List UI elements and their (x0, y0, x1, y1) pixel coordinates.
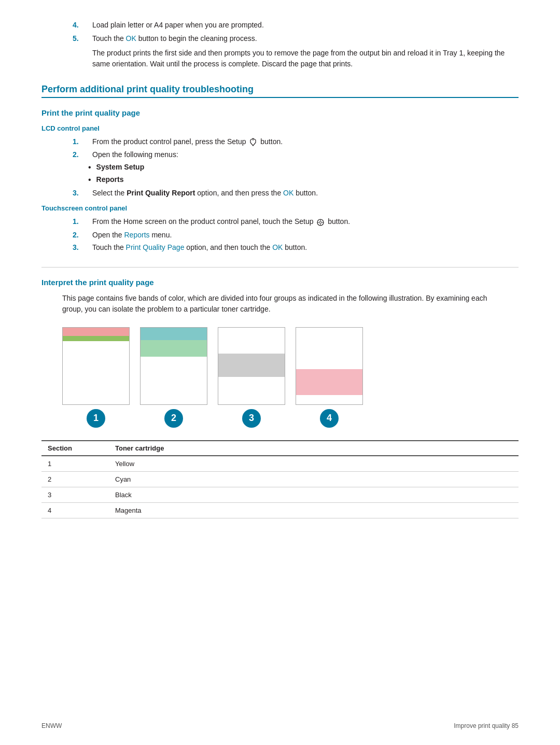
lcd-step2-text: Open the following menus: (92, 150, 178, 159)
table-cell-section: 3 (41, 487, 109, 502)
intro-steps: 4. Load plain letter or A4 paper when yo… (41, 21, 519, 69)
lcd-step1-num: 1. (73, 137, 88, 146)
circle-4: 4 (320, 409, 339, 428)
table-row: 3Black (41, 487, 519, 502)
lcd-step1-suffix: button. (260, 137, 283, 146)
table-cell-section: 1 (41, 456, 109, 472)
print-quality-page-heading: Print the print quality page (41, 108, 519, 117)
step-5: 5. Touch the OK button to begin the clea… (73, 34, 519, 43)
toner-table: Section Toner cartridge 1Yellow2Cyan3Bla… (41, 440, 519, 518)
table-cell-section: 4 (41, 502, 109, 518)
touch-step-2: 2. Open the Reports menu. (73, 231, 519, 239)
step5-prefix: Touch the (92, 34, 126, 43)
step4-num: 4. (73, 21, 88, 29)
band-1-green (63, 336, 129, 341)
diagram-col-1: 1 (62, 327, 130, 428)
section-divider (41, 267, 519, 268)
setup-icon-touch (316, 218, 325, 227)
setup-icon (249, 138, 257, 146)
color-box-3 (218, 327, 285, 405)
bullet-reports-text: Reports (96, 175, 124, 184)
table-cell-toner: Magenta (109, 502, 519, 518)
diagram-col-4: 4 (296, 327, 363, 428)
color-diagram: 1 2 3 4 (62, 327, 498, 428)
bullet-reports: • Reports (88, 175, 519, 185)
step5-ok: OK (126, 34, 136, 43)
print-quality-page-section: Print the print quality page LCD control… (41, 108, 519, 251)
touch-step2-link: Reports (124, 231, 150, 239)
perform-section: Perform additional print quality trouble… (41, 84, 519, 518)
touch-step3-suffix: button. (283, 243, 307, 251)
interpret-description: This page contains five bands of color, … (62, 293, 498, 315)
interpret-section: Interpret the print quality page This pa… (41, 278, 519, 518)
circle-2: 2 (164, 409, 183, 428)
table-row: 1Yellow (41, 456, 519, 472)
table-row: 4Magenta (41, 502, 519, 518)
footer: ENWW Improve print quality 85 (0, 722, 560, 729)
band-2-cyan (141, 328, 207, 340)
touch-step3-link: Print Quality Page (126, 243, 185, 251)
col-toner-header: Toner cartridge (109, 441, 519, 456)
table-cell-toner: Black (109, 487, 519, 502)
touch-step3-middle: option, and then touch the (184, 243, 272, 251)
step5-num: 5. (73, 34, 88, 43)
lcd-step3-content: Select the Print Quality Report option, … (92, 189, 318, 197)
bullet-system-setup-text: System Setup (96, 163, 145, 171)
table-cell-section: 2 (41, 471, 109, 487)
band-1-pink (63, 328, 129, 336)
lcd-step3-suffix: button. (293, 189, 318, 197)
table-row: 2Cyan (41, 471, 519, 487)
footer-right: Improve print quality 85 (454, 722, 519, 729)
band-2-green (141, 340, 207, 357)
lcd-steps: 1. From the product control panel, press… (41, 137, 519, 159)
color-box-2 (140, 327, 207, 405)
table-body: 1Yellow2Cyan3Black4Magenta (41, 456, 519, 518)
band-3-gray (218, 354, 285, 377)
lcd-step-3: 3. Select the Print Quality Report optio… (73, 189, 519, 197)
touch-steps: 1. From the Home screen on the product c… (41, 217, 519, 251)
lcd-bullet-list: • System Setup • Reports (41, 163, 519, 185)
touch-step2-num: 2. (73, 231, 88, 239)
diagram-col-3: 3 (218, 327, 285, 428)
step5-note: The product prints the first side and th… (92, 48, 519, 69)
footer-left: ENWW (41, 722, 62, 729)
svg-point-2 (319, 221, 321, 223)
bullet-dot-1: • (88, 163, 91, 172)
lcd-step3-middle: option, and then press the (195, 189, 283, 197)
lcd-step1-content: From the product control panel, press th… (92, 137, 283, 146)
color-box-1 (62, 327, 130, 405)
lcd-step3-prefix: Select the (92, 189, 127, 197)
table-cell-toner: Cyan (109, 471, 519, 487)
lcd-step1-prefix: From the product control panel, press th… (92, 137, 248, 146)
touch-step3-num: 3. (73, 243, 88, 251)
table-header: Section Toner cartridge (41, 441, 519, 456)
touch-step2-prefix: Open the (92, 231, 124, 239)
touch-step3-prefix: Touch the (92, 243, 126, 251)
step5-content: Touch the OK button to begin the cleanin… (92, 34, 519, 43)
step-4: 4. Load plain letter or A4 paper when yo… (73, 21, 519, 29)
touch-step1-suffix: button. (328, 217, 350, 226)
touchscreen-control-panel-heading: Touchscreen control panel (41, 204, 519, 212)
touch-step1-prefix: From the Home screen on the product cont… (92, 217, 315, 226)
touch-step3-ok: OK (272, 243, 283, 251)
bullet-dot-2: • (88, 175, 91, 185)
circle-1: 1 (87, 409, 105, 428)
step5-suffix: button to begin the cleaning process. (136, 34, 257, 43)
perform-heading: Perform additional print quality trouble… (41, 84, 519, 98)
table-cell-toner: Yellow (109, 456, 519, 472)
touch-step1-content: From the Home screen on the product cont… (92, 217, 350, 226)
touch-step2-suffix: menu. (150, 231, 172, 239)
table-header-row: Section Toner cartridge (41, 441, 519, 456)
touch-step1-num: 1. (73, 217, 88, 226)
lcd-step2-num: 2. (73, 150, 88, 159)
color-box-4 (296, 327, 363, 405)
bullet-system-setup: • System Setup (88, 163, 519, 172)
touch-step3-content: Touch the Print Quality Page option, and… (92, 243, 307, 251)
touch-step-3: 3. Touch the Print Quality Page option, … (73, 243, 519, 251)
lcd-step-1: 1. From the product control panel, press… (73, 137, 519, 146)
lcd-step3-bold: Print Quality Report (127, 189, 195, 197)
touch-step2-content: Open the Reports menu. (92, 231, 172, 239)
interpret-heading: Interpret the print quality page (41, 278, 519, 287)
diagram-col-2: 2 (140, 327, 207, 428)
touch-step-1: 1. From the Home screen on the product c… (73, 217, 519, 226)
